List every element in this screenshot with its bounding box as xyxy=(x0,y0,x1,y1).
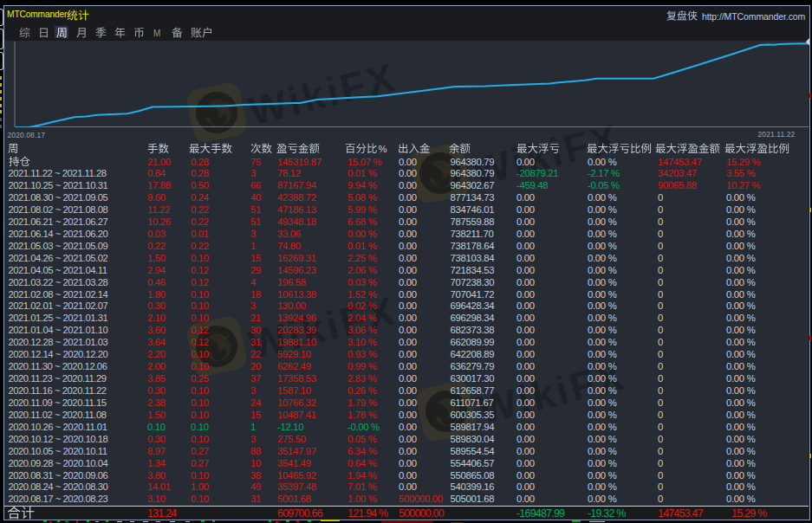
svg-text:WikiFX: WikiFX xyxy=(244,287,401,368)
